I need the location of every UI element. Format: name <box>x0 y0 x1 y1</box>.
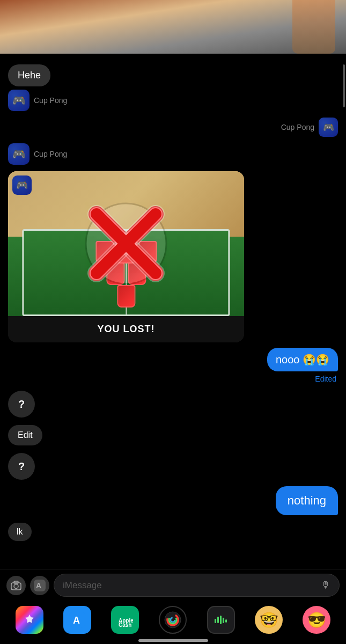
cup-pong-label-left-2: Cup Pong <box>34 150 67 158</box>
cup-pong-label-left-1: Cup Pong <box>34 96 67 105</box>
edited-label: Edited <box>0 375 346 383</box>
cup-pong-row-right[interactable]: Cup Pong 🎮 <box>0 114 346 140</box>
appstore-button[interactable]: A <box>30 576 49 595</box>
svg-text:A: A <box>73 615 80 626</box>
dock-soundcloud[interactable] <box>207 606 235 634</box>
top-image-figure <box>292 0 335 54</box>
cup-pong-icon-left-2: 🎮 <box>8 143 30 165</box>
svg-rect-11 <box>14 581 18 583</box>
edit-bubble-row: Edit <box>0 423 346 448</box>
you-lost-label: YOU LOST! <box>98 324 155 334</box>
cup-pong-label-right: Cup Pong <box>281 123 314 131</box>
home-indicator <box>138 639 208 642</box>
svg-text:A: A <box>36 581 41 590</box>
input-bar: A iMessage 🎙 <box>0 569 346 601</box>
dock-appstore[interactable]: A <box>63 606 91 634</box>
nothing-bubble: nothing <box>276 486 338 515</box>
svg-rect-25 <box>217 617 219 623</box>
cup-pong-icon-left-1: 🎮 <box>8 90 30 111</box>
svg-rect-28 <box>225 619 227 623</box>
question-bubble-1: ? <box>8 391 35 418</box>
scroll-thumb <box>343 64 345 107</box>
dock-memoji-2[interactable]: 😎 <box>303 606 330 634</box>
game-card-image: 🎮 <box>8 171 244 316</box>
camera-button[interactable] <box>6 576 26 595</box>
messages-area: Hehe 🎮 Cup Pong Cup Pong 🎮 🎮 Cup Pong 🎮 <box>0 54 346 546</box>
nooo-bubble: nooo 😭😭 <box>267 348 338 371</box>
cup-pong-row-left-2[interactable]: 🎮 Cup Pong <box>0 140 346 168</box>
input-placeholder: iMessage <box>63 580 102 591</box>
svg-rect-24 <box>215 619 216 623</box>
edit-bubble: Edit <box>8 425 42 445</box>
dock-activity[interactable] <box>159 606 187 634</box>
dock-photos[interactable] <box>16 606 43 634</box>
nothing-bubble-row: nothing <box>0 482 346 519</box>
top-image <box>0 0 346 54</box>
cup-pong-row-left-1[interactable]: 🎮 Cup Pong <box>0 86 346 114</box>
question-bubble-1-row: ? <box>0 389 346 420</box>
cup-pong-icon-right: 🎮 <box>319 118 338 137</box>
dock: A Apple Cash 🤓 😎 <box>0 601 346 639</box>
svg-point-10 <box>14 584 18 588</box>
scroll-indicator <box>343 54 345 376</box>
game-card-icon: 🎮 <box>12 175 32 195</box>
lk-bubble: lk <box>8 523 32 541</box>
hehe-bubble: Hehe <box>0 59 346 86</box>
lk-bubble-row: lk <box>0 519 346 541</box>
question-bubble-2: ? <box>8 453 35 480</box>
question-bubble-2-row: ? <box>0 451 346 482</box>
mic-icon[interactable]: 🎙 <box>321 580 330 591</box>
svg-rect-26 <box>220 616 222 624</box>
dock-memoji-1[interactable]: 🤓 <box>255 606 283 634</box>
imessage-input[interactable]: iMessage 🎙 <box>54 574 340 597</box>
game-card-footer: YOU LOST! <box>8 316 244 342</box>
nooo-bubble-row: nooo 😭😭 <box>0 346 346 374</box>
dock-cash[interactable]: Apple Cash <box>111 606 139 634</box>
svg-text:Cash: Cash <box>119 622 131 628</box>
svg-rect-27 <box>223 618 224 623</box>
game-card-wrapper[interactable]: 🎮 <box>0 171 346 342</box>
game-card[interactable]: 🎮 <box>8 171 244 342</box>
